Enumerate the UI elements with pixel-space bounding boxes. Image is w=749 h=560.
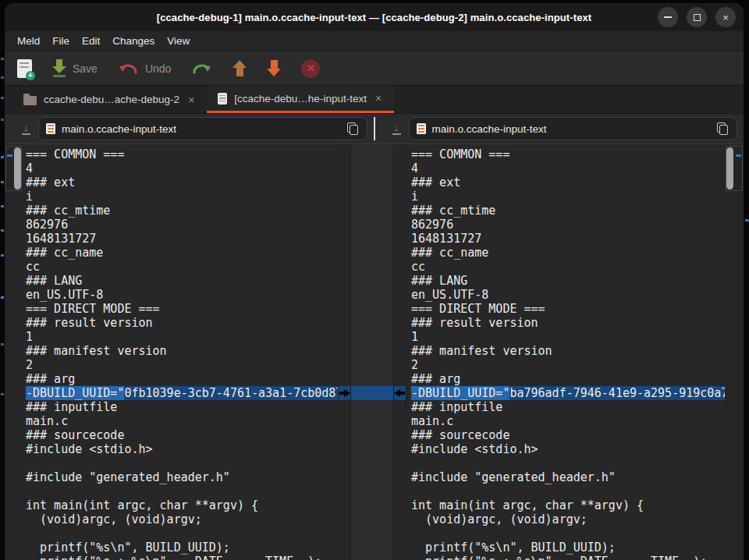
right-scrollbar[interactable]: [725, 144, 744, 560]
diff-line: int main(int argc, char **argv) {: [411, 498, 725, 512]
diff-line: printf("%s : %s\n", __DATE__, __TIME__);: [411, 555, 725, 560]
diff-line: ### ext: [26, 175, 338, 190]
left-arrow-icon: [394, 389, 400, 397]
title-bar[interactable]: [ccache-debug-1] main.o.ccache-input-tex…: [5, 3, 744, 31]
maximize-icon: [694, 14, 701, 21]
document-icon: [218, 93, 227, 105]
diff-line: [411, 526, 725, 541]
menu-item-view[interactable]: View: [161, 35, 196, 47]
push-change-left-button[interactable]: [394, 389, 405, 397]
next-change-button[interactable]: [267, 60, 281, 76]
right-arrow-icon: [344, 389, 350, 397]
download-arrow-icon: ↓: [394, 123, 399, 133]
diff-line: [26, 526, 338, 541]
toolbar: Save Undo: [5, 51, 744, 86]
left-file-header: ↓ main.o.ccache-input-text: [5, 114, 374, 144]
save-button[interactable]: Save: [52, 59, 98, 77]
tab-folder-comparison[interactable]: ccache-debu…ache-debug-2 ×: [12, 86, 207, 113]
diff-line: ### cc_name: [26, 246, 338, 260]
left-scrollbar-thumb[interactable]: [14, 147, 21, 190]
tab-bar: ccache-debu…ache-debug-2 × [ccache-debu……: [5, 86, 744, 114]
change-marker: [736, 154, 741, 157]
menu-item-meld[interactable]: Meld: [11, 35, 46, 47]
download-arrow-icon: ↓: [23, 123, 29, 133]
stop-button[interactable]: ✕: [301, 59, 320, 78]
menu-item-edit[interactable]: Edit: [76, 35, 106, 47]
diff-line: === COMMON ===: [26, 147, 338, 161]
tab-close-button[interactable]: ×: [186, 94, 196, 106]
copy-icon[interactable]: [347, 122, 358, 135]
up-arrow-icon: [233, 60, 247, 76]
diff-line: 1: [26, 330, 338, 344]
tab-close-button[interactable]: ×: [374, 92, 383, 105]
folder-icon: [23, 96, 37, 105]
diff-line: ### manifest version: [411, 344, 725, 358]
diff-line: en_US.UTF-8: [411, 288, 725, 302]
diff-line: printf("%s : %s\n", __DATE__, __TIME__);: [26, 555, 338, 560]
previous-change-button[interactable]: [233, 60, 247, 76]
diff-line: 862976: [26, 218, 338, 232]
tab-label: [ccache-debu…he-input-text: [234, 93, 367, 105]
window-controls: ×: [658, 7, 736, 27]
diff-line: ### arg: [411, 372, 725, 386]
left-scrollbar[interactable]: [5, 144, 23, 560]
left-filename-field[interactable]: main.o.ccache-input-text: [38, 117, 367, 140]
diff-line: ### sourcecode: [26, 428, 338, 442]
diff-line: 4: [411, 161, 725, 175]
minimize-button[interactable]: [658, 7, 678, 27]
diff-line: en_US.UTF-8: [26, 288, 338, 302]
right-filename-field[interactable]: main.o.ccache-input-text: [409, 117, 738, 140]
copy-icon[interactable]: [717, 122, 728, 135]
diff-line: === DIRECT MODE ===: [411, 302, 725, 316]
save-file-button-right[interactable]: ↓: [392, 123, 401, 135]
down-arrow-icon: [267, 60, 281, 76]
tab-file-comparison[interactable]: [ccache-debu…he-input-text ×: [207, 86, 394, 113]
diff-line: printf("%s\n", BUILD_UUID);: [26, 541, 338, 555]
center-gutter: [350, 144, 394, 560]
menu-item-file[interactable]: File: [46, 35, 76, 47]
menubar: Meld File Edit Changes View: [5, 31, 744, 51]
diff-line: #include <stdio.h>: [411, 442, 725, 456]
left-action-column: [338, 144, 350, 560]
diff-line: #include <stdio.h>: [26, 442, 338, 456]
diff-line: [26, 456, 338, 470]
push-change-right-button[interactable]: [339, 389, 350, 397]
save-icon: [52, 59, 66, 77]
menu-item-changes[interactable]: Changes: [106, 35, 161, 47]
stop-icon: ✕: [301, 59, 320, 78]
diff-line: ### sourcecode: [411, 428, 725, 442]
tab-label: ccache-debu…ache-debug-2: [44, 94, 179, 105]
right-scrollbar-thumb[interactable]: [726, 147, 733, 190]
diff-line: int main(int argc, char **argv) {: [26, 498, 338, 512]
diff-line: === COMMON ===: [411, 147, 725, 161]
redo-button[interactable]: [191, 62, 212, 76]
close-icon: ×: [722, 12, 729, 23]
diff-line: cc: [411, 260, 725, 274]
diff-area: === COMMON ===4### exti### cc_mtime86297…: [5, 144, 744, 560]
diff-line: ### result version: [26, 316, 338, 330]
redo-icon: [191, 62, 212, 76]
diff-line: ### inputfile: [26, 400, 338, 414]
diff-line: === DIRECT MODE ===: [26, 302, 338, 316]
close-button[interactable]: ×: [715, 7, 736, 27]
save-file-button-left[interactable]: ↓: [22, 123, 30, 135]
diff-line: ### arg: [26, 372, 338, 386]
diff-line: i: [26, 190, 338, 204]
diff-line: 1648131727: [411, 232, 725, 246]
save-label: Save: [73, 62, 98, 75]
diff-line: printf("%s\n", BUILD_UUID);: [411, 541, 725, 555]
undo-button[interactable]: Undo: [118, 62, 171, 76]
new-comparison-button[interactable]: [17, 59, 32, 78]
diff-line: (void)argc, (void)argv;: [26, 512, 338, 526]
diff-line: ### cc_mtime: [411, 204, 725, 218]
chunk-connector: [351, 386, 393, 400]
diff-line: i: [411, 190, 725, 204]
left-code-pane[interactable]: === COMMON ===4### exti### cc_mtime86297…: [23, 144, 338, 560]
maximize-button[interactable]: [687, 7, 707, 27]
right-action-column: [394, 144, 406, 560]
undo-label: Undo: [145, 62, 171, 75]
diff-line: (void)argc, (void)argv;: [411, 512, 725, 526]
change-marker: [7, 154, 12, 157]
diff-line: [26, 484, 338, 498]
right-code-pane[interactable]: === COMMON ===4### exti### cc_mtime86297…: [406, 144, 725, 560]
